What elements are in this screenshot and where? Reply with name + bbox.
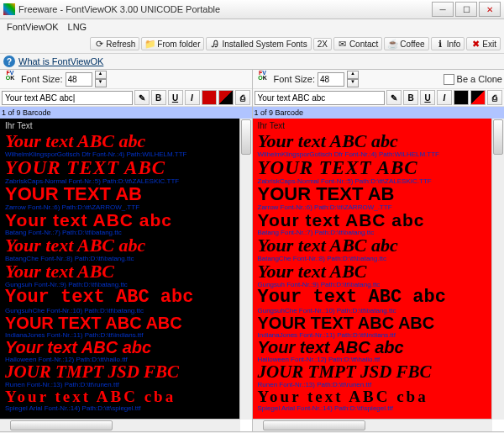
pane-header-left: FVOK Font Size: ▲▼: [0, 70, 252, 89]
preview-header-right: Ihr Text: [258, 121, 488, 130]
scrollbar-vertical-left[interactable]: [239, 119, 252, 420]
preview-area-left[interactable]: Ihr Text Your text ABC abc WilhelmKlings…: [0, 119, 252, 431]
font-sample[interactable]: Your text ABC: [5, 262, 235, 281]
maximize-button[interactable]: ☐: [455, 2, 477, 17]
preview-list-left: Ihr Text Your text ABC abc WilhelmKlings…: [0, 119, 240, 420]
font-sample[interactable]: Your text ABC abc: [5, 288, 235, 307]
pane-header-right: FVOK Font Size: ▲▼ Be a Clone: [253, 70, 505, 89]
menu-fontviewok[interactable]: FontViewOK: [3, 21, 62, 33]
input-row-right: ✎ B U I ⎙: [253, 89, 505, 107]
bg-color-button-right[interactable]: [470, 90, 486, 105]
font-sample[interactable]: Your text ABC abc: [5, 339, 235, 356]
preview-list-right: Ihr Text Your text ABC abc WilhelmKlings…: [253, 119, 493, 420]
italic-button-left[interactable]: I: [185, 90, 200, 105]
help-icon[interactable]: ?: [3, 55, 15, 67]
spin-up-right[interactable]: ▲: [347, 71, 359, 79]
close-button[interactable]: ✕: [479, 2, 501, 17]
dual-pane: FVOK Font Size: ▲▼ ✎ B U I ⎙ 1 of 9 Barc…: [0, 69, 504, 431]
clone-checkbox[interactable]: [444, 74, 454, 85]
app-icon: [3, 3, 15, 15]
font-size-label: Font Size:: [21, 74, 63, 84]
status-row-left: 1 of 9 Barcode: [0, 107, 252, 119]
font-sample[interactable]: Your text ABC: [258, 262, 488, 281]
font-meta: Spiegel Arial Font-Nr.:14) Path:D:\tt\sp…: [258, 404, 488, 412]
font-sample[interactable]: Your text ABC cba: [5, 388, 235, 404]
font-sample[interactable]: YOUR TEXT AB: [5, 185, 235, 203]
two-x-button[interactable]: 2X: [313, 38, 332, 50]
sample-text-input-left[interactable]: [2, 91, 133, 105]
info-icon: ℹ: [435, 39, 445, 49]
font-meta: Spiegel Arial Font-Nr.:14) Path:D:\tt\sp…: [5, 404, 235, 412]
mail-icon: ✉: [338, 39, 348, 49]
refresh-button[interactable]: ⟳Refresh: [90, 37, 139, 50]
menubar: FontViewOK LNG: [0, 19, 504, 34]
titlebar: Freeware - FontViewOK 3.00 UNICODE Porta…: [0, 0, 504, 19]
font-sample[interactable]: YOUR TEXT ABC: [258, 158, 488, 177]
refresh-icon: ⟳: [94, 39, 104, 49]
spin-up-left[interactable]: ▲: [95, 71, 107, 79]
font-size-label: Font Size:: [274, 74, 316, 84]
italic-button-right[interactable]: I: [437, 90, 452, 105]
info-button[interactable]: ℹInfo: [431, 37, 465, 50]
scrollbar-horizontal-left[interactable]: [0, 419, 240, 431]
font-sample[interactable]: Your text ABC abc: [258, 288, 488, 307]
pencil-button-right[interactable]: ✎: [386, 90, 402, 105]
fvok-logo: FVOK: [2, 71, 18, 87]
spin-down-left[interactable]: ▼: [95, 79, 107, 87]
underline-button-right[interactable]: U: [420, 90, 435, 105]
pane-left: FVOK Font Size: ▲▼ ✎ B U I ⎙ 1 of 9 Barc…: [0, 70, 253, 431]
bold-button-right[interactable]: B: [403, 90, 418, 105]
from-folder-button[interactable]: 📁From folder: [141, 37, 204, 50]
underline-button-left[interactable]: U: [168, 90, 183, 105]
font-sample[interactable]: YOUR TEXT AB: [258, 185, 488, 203]
font-sample[interactable]: Your text ABC abc: [5, 211, 235, 229]
installed-fonts-button[interactable]: ᎯInstalled System Fonts: [206, 37, 311, 50]
font-sample[interactable]: JOUR TMPT JSD FBC: [258, 363, 488, 381]
spin-down-right[interactable]: ▼: [347, 79, 359, 87]
coffee-icon: ☕: [388, 39, 398, 49]
bg-color-button-left[interactable]: [218, 90, 234, 105]
font-size-input-right[interactable]: [318, 72, 344, 87]
font-sample[interactable]: YOUR TEXT ABC ABC: [5, 314, 235, 331]
font-sample[interactable]: Your text ABC abc: [258, 211, 488, 229]
contact-button[interactable]: ✉Contact: [333, 37, 382, 50]
minimize-button[interactable]: ─: [432, 2, 454, 17]
window-title: Freeware - FontViewOK 3.00 UNICODE Porta…: [18, 4, 432, 14]
preview-header-left: Ihr Text: [5, 121, 235, 130]
font-size-input-left[interactable]: [66, 72, 92, 87]
sample-text-input-right[interactable]: [255, 91, 386, 105]
input-row-left: ✎ B U I ⎙: [0, 89, 252, 107]
toolbar: ⟳Refresh 📁From folder ᎯInstalled System …: [0, 34, 504, 54]
scrollbar-vertical-right[interactable]: [491, 119, 504, 420]
help-link[interactable]: What is FontViewOK: [18, 56, 103, 66]
font-sample[interactable]: Your text ABC abc: [5, 236, 235, 255]
font-sample[interactable]: Your text ABC abc: [258, 132, 488, 150]
fonts-icon: Ꭿ: [210, 39, 220, 49]
font-sample[interactable]: JOUR TMPT JSD FBC: [5, 363, 235, 381]
bold-button-left[interactable]: B: [151, 90, 166, 105]
folder-icon: 📁: [145, 39, 155, 49]
coffee-button[interactable]: ☕Coffee: [384, 37, 428, 50]
font-sample[interactable]: Your text ABC abc: [5, 132, 235, 150]
font-sample[interactable]: YOUR TEXT ABC: [5, 158, 235, 177]
font-sample[interactable]: Your text ABC abc: [258, 339, 488, 356]
fvok-logo: FVOK: [255, 71, 271, 87]
fg-color-button-left[interactable]: [202, 90, 217, 105]
pane-right: FVOK Font Size: ▲▼ Be a Clone ✎ B U I ⎙ …: [253, 70, 505, 431]
font-sample[interactable]: Your text ABC cba: [258, 388, 488, 404]
font-sample[interactable]: YOUR TEXT ABC ABC: [258, 314, 488, 331]
print-button-left[interactable]: ⎙: [235, 90, 250, 105]
pencil-button-left[interactable]: ✎: [134, 90, 150, 105]
status-row-right: 1 of 9 Barcode: [253, 107, 505, 119]
fg-color-button-right[interactable]: [454, 90, 469, 105]
help-bar: ? What is FontViewOK: [0, 54, 504, 69]
print-button-right[interactable]: ⎙: [487, 90, 502, 105]
clone-label: Be a Clone: [457, 74, 502, 84]
preview-area-right[interactable]: Ihr Text Your text ABC abc WilhelmKlings…: [253, 119, 505, 431]
font-sample[interactable]: Your text ABC abc: [258, 236, 488, 255]
exit-icon: ✖: [470, 39, 480, 49]
menu-lng[interactable]: LNG: [65, 21, 91, 33]
exit-button[interactable]: ✖Exit: [466, 37, 501, 50]
scrollbar-horizontal-right[interactable]: [253, 419, 493, 431]
